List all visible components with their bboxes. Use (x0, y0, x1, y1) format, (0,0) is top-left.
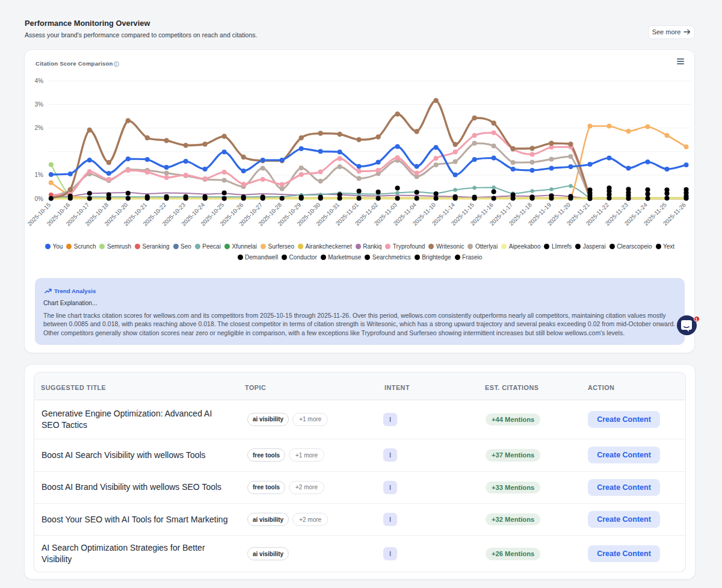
svg-text:1%: 1% (35, 172, 44, 178)
svg-text:4%: 4% (35, 78, 44, 84)
svg-text:2%: 2% (35, 125, 44, 131)
svg-text:3%: 3% (35, 101, 44, 108)
svg-text:0%: 0% (35, 196, 44, 202)
